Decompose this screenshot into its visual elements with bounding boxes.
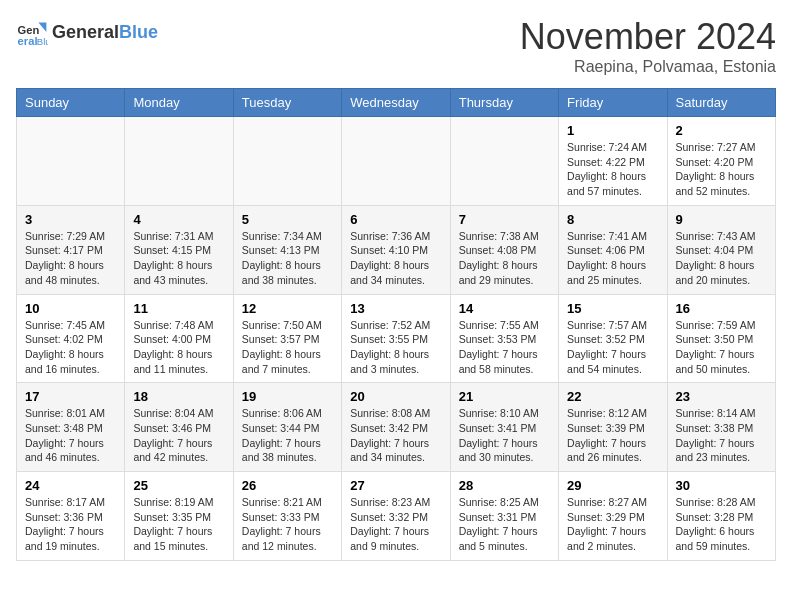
- calendar-cell: 17Sunrise: 8:01 AM Sunset: 3:48 PM Dayli…: [17, 383, 125, 472]
- day-info: Sunrise: 7:41 AM Sunset: 4:06 PM Dayligh…: [567, 229, 658, 288]
- day-number: 4: [133, 212, 224, 227]
- calendar-cell: 30Sunrise: 8:28 AM Sunset: 3:28 PM Dayli…: [667, 472, 775, 561]
- weekday-header-saturday: Saturday: [667, 89, 775, 117]
- calendar-cell: 14Sunrise: 7:55 AM Sunset: 3:53 PM Dayli…: [450, 294, 558, 383]
- weekday-header-monday: Monday: [125, 89, 233, 117]
- page-header: Gen eral Blue GeneralBlue November 2024 …: [16, 16, 776, 76]
- weekday-header-friday: Friday: [559, 89, 667, 117]
- week-row-1: 1Sunrise: 7:24 AM Sunset: 4:22 PM Daylig…: [17, 117, 776, 206]
- calendar-cell: 15Sunrise: 7:57 AM Sunset: 3:52 PM Dayli…: [559, 294, 667, 383]
- weekday-header-thursday: Thursday: [450, 89, 558, 117]
- day-info: Sunrise: 7:59 AM Sunset: 3:50 PM Dayligh…: [676, 318, 767, 377]
- day-info: Sunrise: 8:28 AM Sunset: 3:28 PM Dayligh…: [676, 495, 767, 554]
- location-title: Raepina, Polvamaa, Estonia: [520, 58, 776, 76]
- day-info: Sunrise: 8:12 AM Sunset: 3:39 PM Dayligh…: [567, 406, 658, 465]
- day-info: Sunrise: 7:31 AM Sunset: 4:15 PM Dayligh…: [133, 229, 224, 288]
- logo-icon: Gen eral Blue: [16, 16, 48, 48]
- svg-text:Gen: Gen: [18, 24, 40, 36]
- day-number: 28: [459, 478, 550, 493]
- day-number: 5: [242, 212, 333, 227]
- day-number: 1: [567, 123, 658, 138]
- day-number: 9: [676, 212, 767, 227]
- day-number: 13: [350, 301, 441, 316]
- day-number: 19: [242, 389, 333, 404]
- day-number: 24: [25, 478, 116, 493]
- day-number: 12: [242, 301, 333, 316]
- calendar-cell: 21Sunrise: 8:10 AM Sunset: 3:41 PM Dayli…: [450, 383, 558, 472]
- day-number: 10: [25, 301, 116, 316]
- calendar-cell: 25Sunrise: 8:19 AM Sunset: 3:35 PM Dayli…: [125, 472, 233, 561]
- calendar-cell: 6Sunrise: 7:36 AM Sunset: 4:10 PM Daylig…: [342, 205, 450, 294]
- calendar-cell: 22Sunrise: 8:12 AM Sunset: 3:39 PM Dayli…: [559, 383, 667, 472]
- calendar-cell: 11Sunrise: 7:48 AM Sunset: 4:00 PM Dayli…: [125, 294, 233, 383]
- day-info: Sunrise: 8:25 AM Sunset: 3:31 PM Dayligh…: [459, 495, 550, 554]
- day-number: 26: [242, 478, 333, 493]
- calendar-cell: 10Sunrise: 7:45 AM Sunset: 4:02 PM Dayli…: [17, 294, 125, 383]
- day-info: Sunrise: 7:48 AM Sunset: 4:00 PM Dayligh…: [133, 318, 224, 377]
- svg-marker-2: [38, 22, 46, 32]
- day-number: 27: [350, 478, 441, 493]
- calendar-cell: 4Sunrise: 7:31 AM Sunset: 4:15 PM Daylig…: [125, 205, 233, 294]
- day-number: 15: [567, 301, 658, 316]
- logo: Gen eral Blue GeneralBlue: [16, 16, 158, 48]
- svg-text:eral: eral: [18, 35, 38, 47]
- week-row-4: 17Sunrise: 8:01 AM Sunset: 3:48 PM Dayli…: [17, 383, 776, 472]
- day-info: Sunrise: 7:52 AM Sunset: 3:55 PM Dayligh…: [350, 318, 441, 377]
- calendar-cell: [125, 117, 233, 206]
- calendar-cell: [233, 117, 341, 206]
- day-number: 8: [567, 212, 658, 227]
- calendar-cell: 5Sunrise: 7:34 AM Sunset: 4:13 PM Daylig…: [233, 205, 341, 294]
- calendar-cell: [342, 117, 450, 206]
- calendar-cell: 1Sunrise: 7:24 AM Sunset: 4:22 PM Daylig…: [559, 117, 667, 206]
- calendar-cell: 13Sunrise: 7:52 AM Sunset: 3:55 PM Dayli…: [342, 294, 450, 383]
- calendar-cell: 16Sunrise: 7:59 AM Sunset: 3:50 PM Dayli…: [667, 294, 775, 383]
- day-info: Sunrise: 7:29 AM Sunset: 4:17 PM Dayligh…: [25, 229, 116, 288]
- day-info: Sunrise: 8:04 AM Sunset: 3:46 PM Dayligh…: [133, 406, 224, 465]
- calendar-cell: [450, 117, 558, 206]
- logo-text-general: General: [52, 22, 119, 43]
- calendar-cell: 9Sunrise: 7:43 AM Sunset: 4:04 PM Daylig…: [667, 205, 775, 294]
- calendar-cell: 19Sunrise: 8:06 AM Sunset: 3:44 PM Dayli…: [233, 383, 341, 472]
- day-info: Sunrise: 7:27 AM Sunset: 4:20 PM Dayligh…: [676, 140, 767, 199]
- day-number: 23: [676, 389, 767, 404]
- week-row-5: 24Sunrise: 8:17 AM Sunset: 3:36 PM Dayli…: [17, 472, 776, 561]
- calendar-cell: 24Sunrise: 8:17 AM Sunset: 3:36 PM Dayli…: [17, 472, 125, 561]
- day-info: Sunrise: 8:14 AM Sunset: 3:38 PM Dayligh…: [676, 406, 767, 465]
- calendar-cell: 27Sunrise: 8:23 AM Sunset: 3:32 PM Dayli…: [342, 472, 450, 561]
- day-number: 16: [676, 301, 767, 316]
- day-info: Sunrise: 8:21 AM Sunset: 3:33 PM Dayligh…: [242, 495, 333, 554]
- day-number: 11: [133, 301, 224, 316]
- day-info: Sunrise: 8:17 AM Sunset: 3:36 PM Dayligh…: [25, 495, 116, 554]
- day-number: 2: [676, 123, 767, 138]
- logo-text-blue: Blue: [119, 22, 158, 43]
- day-info: Sunrise: 8:08 AM Sunset: 3:42 PM Dayligh…: [350, 406, 441, 465]
- title-area: November 2024 Raepina, Polvamaa, Estonia: [520, 16, 776, 76]
- calendar-cell: 29Sunrise: 8:27 AM Sunset: 3:29 PM Dayli…: [559, 472, 667, 561]
- day-info: Sunrise: 7:34 AM Sunset: 4:13 PM Dayligh…: [242, 229, 333, 288]
- day-number: 25: [133, 478, 224, 493]
- calendar-cell: 23Sunrise: 8:14 AM Sunset: 3:38 PM Dayli…: [667, 383, 775, 472]
- week-row-2: 3Sunrise: 7:29 AM Sunset: 4:17 PM Daylig…: [17, 205, 776, 294]
- day-info: Sunrise: 8:06 AM Sunset: 3:44 PM Dayligh…: [242, 406, 333, 465]
- day-info: Sunrise: 7:38 AM Sunset: 4:08 PM Dayligh…: [459, 229, 550, 288]
- calendar-cell: 3Sunrise: 7:29 AM Sunset: 4:17 PM Daylig…: [17, 205, 125, 294]
- day-number: 6: [350, 212, 441, 227]
- day-info: Sunrise: 7:45 AM Sunset: 4:02 PM Dayligh…: [25, 318, 116, 377]
- calendar-cell: 12Sunrise: 7:50 AM Sunset: 3:57 PM Dayli…: [233, 294, 341, 383]
- week-row-3: 10Sunrise: 7:45 AM Sunset: 4:02 PM Dayli…: [17, 294, 776, 383]
- day-number: 3: [25, 212, 116, 227]
- day-info: Sunrise: 7:24 AM Sunset: 4:22 PM Dayligh…: [567, 140, 658, 199]
- month-title: November 2024: [520, 16, 776, 58]
- calendar-cell: 28Sunrise: 8:25 AM Sunset: 3:31 PM Dayli…: [450, 472, 558, 561]
- calendar-cell: 7Sunrise: 7:38 AM Sunset: 4:08 PM Daylig…: [450, 205, 558, 294]
- day-info: Sunrise: 8:19 AM Sunset: 3:35 PM Dayligh…: [133, 495, 224, 554]
- day-number: 17: [25, 389, 116, 404]
- calendar-cell: 2Sunrise: 7:27 AM Sunset: 4:20 PM Daylig…: [667, 117, 775, 206]
- day-info: Sunrise: 8:23 AM Sunset: 3:32 PM Dayligh…: [350, 495, 441, 554]
- day-number: 29: [567, 478, 658, 493]
- calendar-cell: 8Sunrise: 7:41 AM Sunset: 4:06 PM Daylig…: [559, 205, 667, 294]
- day-info: Sunrise: 7:36 AM Sunset: 4:10 PM Dayligh…: [350, 229, 441, 288]
- weekday-header-tuesday: Tuesday: [233, 89, 341, 117]
- day-info: Sunrise: 7:55 AM Sunset: 3:53 PM Dayligh…: [459, 318, 550, 377]
- day-number: 7: [459, 212, 550, 227]
